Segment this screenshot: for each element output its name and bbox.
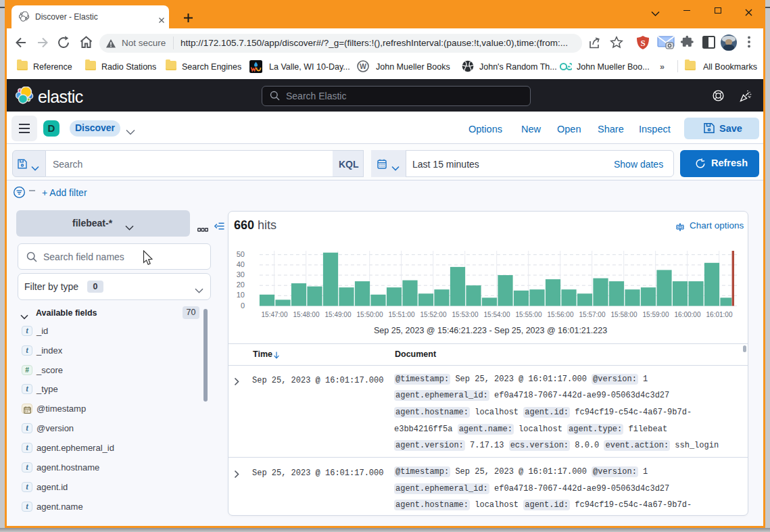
svg-text:S: S [640, 38, 645, 48]
svg-text:W: W [360, 62, 366, 70]
